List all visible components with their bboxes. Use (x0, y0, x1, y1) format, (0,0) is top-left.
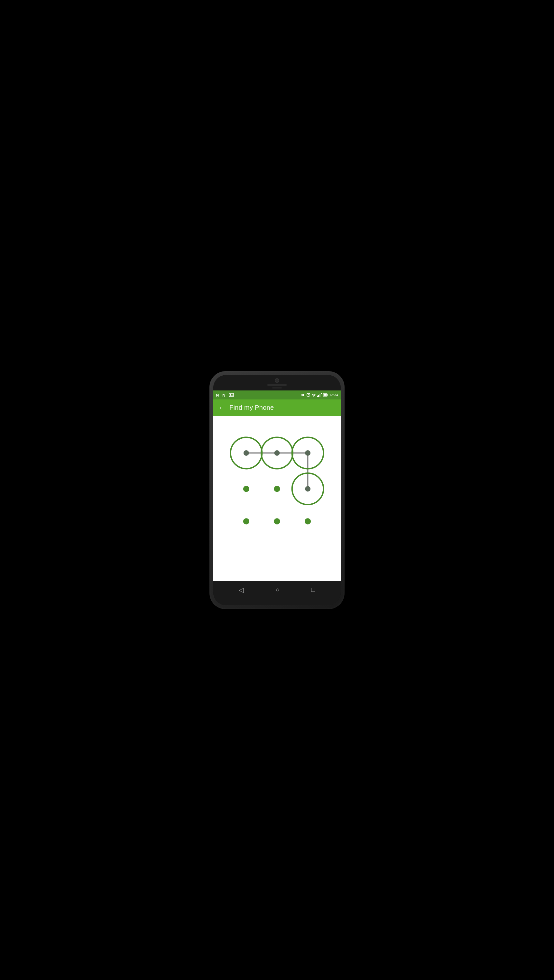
notification-icon-1: N (216, 393, 221, 397)
status-icons-right: 13:34 (301, 393, 338, 397)
front-camera (275, 378, 279, 383)
bottom-bezel (213, 599, 341, 605)
nav-recents-button[interactable]: □ (311, 586, 315, 593)
battery-icon (323, 393, 328, 397)
main-content (213, 416, 341, 581)
speaker (267, 384, 287, 386)
svg-rect-4 (302, 394, 304, 396)
screen: N N (213, 390, 341, 599)
top-bezel (213, 375, 341, 390)
nav-back-button[interactable]: ◁ (239, 586, 244, 594)
svg-rect-18 (324, 394, 327, 396)
pattern-dot-1 (274, 450, 280, 455)
svg-point-3 (230, 394, 231, 395)
svg-rect-19 (328, 394, 328, 395)
sensor (272, 387, 282, 388)
pattern-svg (226, 429, 328, 538)
phone-screen: N N (213, 375, 341, 605)
svg-text:N: N (222, 393, 225, 397)
image-notification-icon (229, 393, 234, 397)
pattern-dot-5 (305, 486, 310, 492)
pattern-dot-3 (243, 486, 249, 492)
wifi-icon (311, 393, 316, 397)
notification-icon-2: N (222, 393, 228, 397)
pattern-dot-2 (305, 450, 310, 455)
app-title: Find my Phone (229, 404, 274, 411)
svg-rect-12 (317, 396, 318, 397)
alarm-icon (306, 393, 310, 397)
back-button[interactable]: ← (218, 404, 226, 411)
svg-rect-14 (320, 394, 320, 397)
pattern-dot-6 (243, 518, 249, 524)
svg-rect-13 (318, 395, 319, 397)
pattern-lock-area[interactable] (213, 426, 341, 542)
pattern-dot-0 (244, 450, 249, 455)
status-bar: N N (213, 390, 341, 399)
nav-home-button[interactable]: ○ (275, 586, 279, 593)
pattern-dot-7 (274, 518, 280, 524)
signal-icon (317, 393, 322, 397)
pattern-dot-8 (305, 518, 311, 524)
pattern-dot-4 (274, 486, 280, 492)
status-icons-left: N N (216, 393, 234, 397)
vibrate-icon (301, 393, 305, 397)
svg-text:N: N (216, 393, 219, 397)
phone-device: N N (209, 371, 345, 609)
app-bar: ← Find my Phone (213, 399, 341, 416)
time-display: 13:34 (329, 393, 338, 397)
bottom-nav: ◁ ○ □ (213, 581, 341, 599)
